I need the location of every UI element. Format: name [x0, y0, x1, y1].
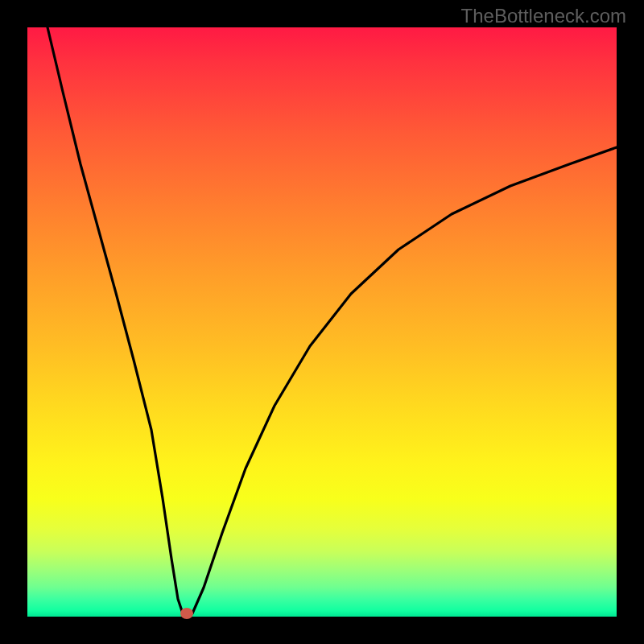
curve-svg — [27, 27, 617, 617]
watermark-text: TheBottleneck.com — [461, 5, 626, 27]
chart-canvas: TheBottleneck.com — [0, 0, 644, 644]
bottleneck-curve — [47, 27, 617, 616]
minimum-marker — [180, 608, 193, 619]
plot-area — [27, 27, 617, 617]
